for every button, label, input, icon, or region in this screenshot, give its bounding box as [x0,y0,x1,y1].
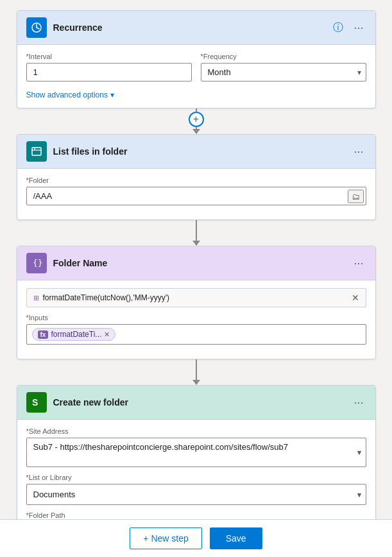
token-fx-icon: fx [38,330,49,339]
save-button[interactable]: Save [210,527,262,549]
recurrence-fields: *Interval *Frequency Month Week Day Hour… [26,53,366,81]
frequency-select[interactable]: Month Week Day Hour Minute Second [201,63,366,81]
folder-path-label: *Folder Path [26,511,366,519]
folder-browse-button[interactable]: 🗂 [348,189,364,203]
folder-name-title: Folder Name [53,258,352,268]
folder-input[interactable] [26,187,366,205]
add-step-button-1[interactable]: + [189,112,204,127]
formula-bar: ⊞ formatDateTime(utcNow(),'MM-yyyy') ✕ [26,288,366,307]
folder-name-body: ⊞ formatDateTime(utcNow(),'MM-yyyy') ✕ *… [17,280,375,359]
create-folder-icon: S [26,392,47,413]
interval-field: *Interval [26,53,192,81]
list-files-title: List files in folder [53,146,352,157]
connector-line-3 [196,359,197,381]
recurrence-card: Recurrence ⓘ ··· *Interval *Frequency Mo… [17,10,376,108]
inputs-label: *Inputs [26,314,366,321]
create-folder-header: S Create new folder ··· [17,386,375,420]
create-folder-menu-button[interactable]: ··· [351,395,366,409]
inputs-token-input[interactable]: fx formatDateTi... ✕ [26,324,366,345]
recurrence-actions: ⓘ ··· [330,20,366,36]
svg-rect-1 [32,148,41,155]
create-folder-title: Create new folder [53,397,352,407]
chevron-down-icon: ▾ [110,90,114,99]
list-files-icon [26,141,47,162]
frequency-label: *Frequency [201,53,366,60]
list-files-header: List files in folder ··· [17,135,375,169]
token-remove-button[interactable]: ✕ [104,330,110,339]
folder-label: *Folder [26,176,366,184]
frequency-select-wrapper: Month Week Day Hour Minute Second ▾ [201,63,366,81]
connector-arrow-3 [192,380,200,385]
folder-name-card: {} Folder Name ··· ⊞ formatDateTime(utcN… [17,246,376,359]
site-address-field: *Site Address Sub7 - https://thesharepoi… [26,427,366,467]
folder-name-menu-button[interactable]: ··· [351,256,366,270]
list-library-field: *List or Library Documents ▾ [26,474,366,505]
recurrence-show-advanced[interactable]: Show advanced options ▾ [26,90,114,99]
formula-icon: ⊞ [33,294,39,302]
recurrence-info-button[interactable]: ⓘ [330,20,346,36]
inputs-field: *Inputs fx formatDateTi... ✕ [26,314,366,345]
connector-2 [192,220,200,246]
recurrence-body: *Interval *Frequency Month Week Day Hour… [17,45,375,108]
create-folder-actions: ··· [351,395,366,409]
list-files-body: *Folder 🗂 [17,169,375,219]
formula-token: fx formatDateTi... ✕ [32,328,116,341]
folder-name-icon: {} [26,253,47,273]
folder-name-actions: ··· [351,256,366,270]
svg-text:{}: {} [33,258,42,268]
formula-close-button[interactable]: ✕ [352,293,359,303]
interval-input[interactable] [26,63,192,81]
connector-1: + [189,108,204,134]
bottom-toolbar: + New step Save [0,519,392,557]
list-library-label: *List or Library [26,474,366,481]
frequency-field: *Frequency Month Week Day Hour Minute Se… [201,53,366,81]
new-step-button[interactable]: + New step [130,527,201,549]
interval-label: *Interval [26,53,192,60]
folder-name-header: {} Folder Name ··· [17,246,375,280]
connector-arrow-2 [192,241,200,246]
token-label: formatDateTi... [51,330,101,339]
recurrence-menu-button[interactable]: ··· [351,21,366,35]
formula-text: formatDateTime(utcNow(),'MM-yyyy') [43,293,169,302]
recurrence-title: Recurrence [53,22,331,33]
list-files-actions: ··· [351,144,366,159]
connector-line-2 [196,220,197,242]
folder-field: *Folder 🗂 [26,176,366,205]
folder-input-wrapper: 🗂 [26,187,366,205]
list-files-menu-button[interactable]: ··· [351,144,366,159]
connector-arrow-1 [192,129,200,134]
recurrence-advanced[interactable]: Show advanced options ▾ [26,88,366,100]
site-address-label: *Site Address [26,427,366,435]
list-files-card: List files in folder ··· *Folder 🗂 [17,134,376,220]
site-address-wrapper: Sub7 - https://thesharepointconcierge.sh… [26,438,366,467]
connector-3 [192,359,200,385]
recurrence-icon [26,17,47,38]
recurrence-header: Recurrence ⓘ ··· [17,11,375,45]
svg-text:S: S [32,397,38,407]
site-address-select[interactable]: Sub7 - https://thesharepointconcierge.sh… [26,438,366,467]
list-library-select[interactable]: Documents [26,484,366,505]
list-library-wrapper: Documents ▾ [26,484,366,505]
